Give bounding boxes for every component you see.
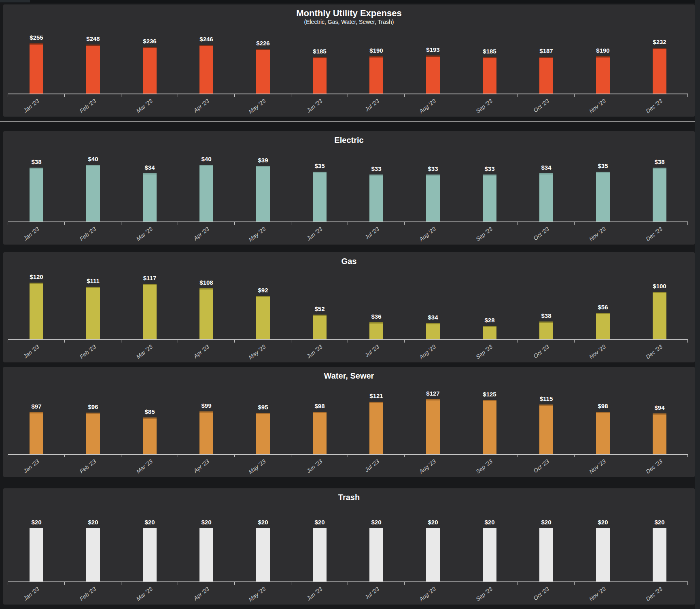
bar[interactable] [256,49,270,94]
bar-column: $36 [348,266,405,339]
x-axis-label-slot: Feb '23 [65,455,121,477]
bar[interactable] [426,323,440,339]
bar[interactable] [143,47,157,94]
bar-value-label: $38 [623,158,696,165]
x-axis-labels: Jan '23Feb '23Mar '23Apr '23May '23Jun '… [8,582,688,605]
x-axis-label: Jan '23 [22,458,40,474]
bar[interactable] [199,528,213,581]
x-axis-labels: Jan '23Feb '23Mar '23Apr '23May '23Jun '… [8,340,688,362]
bar[interactable] [86,287,100,339]
chart-title: Gas [3,252,695,266]
bar-column: $246 [178,26,235,94]
bars-region: $97$96$85$99$95$98$121$127$125$115$98$94 [8,381,688,454]
bar[interactable] [256,528,270,581]
bar[interactable] [653,168,666,221]
bar-column: $38 [8,145,65,221]
bar[interactable] [143,173,157,221]
bar-column: $34 [405,266,461,339]
bar[interactable] [86,165,100,221]
bar[interactable] [313,412,327,454]
x-axis-label-slot: May '23 [235,94,291,117]
bar[interactable] [369,56,383,94]
x-axis-label-slot: Jun '23 [291,582,348,605]
x-axis-label-slot: Aug '23 [405,455,461,477]
bar-column: $236 [121,26,178,94]
x-axis-label-slot: Jun '23 [291,222,348,245]
bar[interactable] [30,283,43,339]
bar[interactable] [30,168,43,221]
bar[interactable] [426,528,440,581]
bar[interactable] [256,413,270,454]
bar[interactable] [426,55,440,94]
bar[interactable] [30,528,43,581]
bar[interactable] [653,48,666,94]
bar[interactable] [313,528,327,581]
x-axis-label-slot: Jun '23 [291,340,348,362]
x-axis-label-slot: Nov '23 [575,222,631,245]
bar[interactable] [539,405,553,454]
bar[interactable] [143,528,157,581]
bar[interactable] [86,45,100,94]
bar[interactable] [199,288,213,339]
bar[interactable] [596,528,610,581]
bar[interactable] [596,313,610,339]
bar[interactable] [426,399,440,454]
pane-splitter-handle[interactable] [0,121,697,122]
bar[interactable] [483,175,496,221]
panel-gap [0,245,700,252]
bar[interactable] [369,322,383,339]
bar[interactable] [256,166,270,221]
bar[interactable] [653,292,666,339]
bar[interactable] [199,411,213,454]
x-axis-label: Jul '23 [363,343,380,358]
bar[interactable] [539,322,553,339]
x-axis-label: Mar '23 [135,343,154,360]
x-axis-label: Feb '23 [78,98,97,114]
bar[interactable] [539,173,553,221]
bar[interactable] [313,57,327,94]
bar[interactable] [30,412,43,454]
bar[interactable] [199,45,213,94]
bar[interactable] [596,172,610,221]
bar[interactable] [596,412,610,454]
bar[interactable] [483,400,496,454]
bar[interactable] [653,528,666,581]
x-axis-label: Aug '23 [418,343,437,360]
bar[interactable] [539,528,553,581]
bar-column: $111 [65,266,121,339]
x-axis-label-slot: Oct '23 [518,222,575,245]
bar-column: $20 [178,502,235,581]
bar[interactable] [143,284,157,339]
bar[interactable] [426,175,440,221]
x-axis-label: May '23 [248,343,267,361]
bar[interactable] [143,417,157,454]
bar[interactable] [483,57,496,94]
bar[interactable] [483,528,496,581]
bar[interactable] [30,43,43,94]
x-axis-labels: Jan '23Feb '23Mar '23Apr '23May '23Jun '… [8,455,688,477]
bar[interactable] [86,413,100,454]
bar[interactable] [199,165,213,221]
bar[interactable] [313,315,327,339]
bar[interactable] [539,57,553,94]
bar[interactable] [596,56,610,94]
bar[interactable] [86,528,100,581]
x-axis-label: Apr '23 [192,458,210,474]
x-axis-label-slot: Sep '23 [461,94,518,117]
x-axis-label: Apr '23 [192,343,210,360]
x-axis-label-slot: Jul '23 [348,222,405,245]
bar[interactable] [369,402,383,454]
bar[interactable] [653,413,666,454]
x-axis-label-slot: Jan '23 [8,222,65,245]
bar[interactable] [483,326,496,339]
panel-gap [0,362,700,367]
x-axis-label: Jul '23 [363,586,380,600]
bar[interactable] [313,172,327,221]
bar-value-label: $108 [170,279,243,286]
bar[interactable] [369,175,383,221]
bar[interactable] [369,528,383,581]
bar-column: $20 [518,502,575,581]
bar-value-label: $98 [283,402,356,409]
bar[interactable] [256,296,270,339]
x-axis-label: Aug '23 [418,98,437,115]
